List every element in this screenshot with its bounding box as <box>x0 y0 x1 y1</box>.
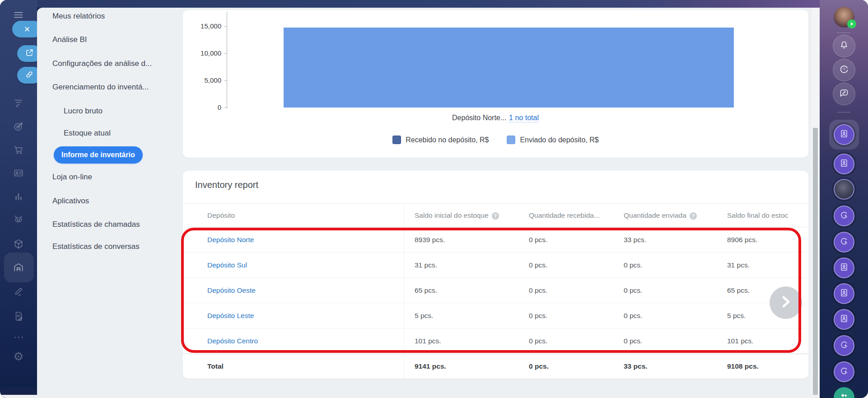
chart-legend: Recebido no depósito, R$ Enviado do depó… <box>183 136 808 144</box>
cell-received: 0 pcs. <box>518 286 613 295</box>
copilot-sparkle-icon <box>839 210 849 222</box>
bar-enviado-deposito-norte[interactable] <box>284 28 734 108</box>
right-dock <box>820 0 868 398</box>
table-row-deposito-oeste: Depósito Oeste 65 pcs. 0 pcs. 0 pcs. 65 … <box>183 278 808 303</box>
cell-received: 0 pcs. <box>518 337 613 345</box>
app-copilot[interactable] <box>820 335 868 356</box>
cell-initial: 101 pcs. <box>404 337 518 345</box>
cell-received: 0 pcs. <box>518 236 613 244</box>
table-row-total: Total 9141 pcs. 0 pcs. 33 pcs. 9108 pcs. <box>183 354 808 379</box>
legend-item-enviado[interactable]: Enviado do depósito, R$ <box>507 136 598 144</box>
app-contact[interactable] <box>820 154 868 174</box>
sidebar-item-informe-inventario-active[interactable]: Informe de inventário <box>54 146 143 164</box>
sidebar-item-meus-relatorios[interactable]: Meus relatórios <box>52 9 105 24</box>
sidebar-item-aplicativos[interactable]: Aplicativos <box>52 193 89 209</box>
y-tickmark <box>224 108 227 108</box>
cell-initial: 31 pcs. <box>404 261 518 269</box>
target-icon[interactable] <box>0 121 37 132</box>
app-contact[interactable] <box>820 258 868 278</box>
cell-sent: 0 pcs. <box>613 337 717 345</box>
column-header-quantidade-enviada[interactable]: Quantidade enviada? <box>613 211 717 220</box>
external-link-icon <box>25 48 34 59</box>
package-box-icon[interactable] <box>0 238 37 250</box>
sidebar-item-analise-bi[interactable]: Análise BI <box>52 32 87 47</box>
warehouse-link[interactable]: Depósito Sul <box>207 261 247 269</box>
warehouse-link[interactable]: Depósito Centro <box>207 337 258 345</box>
group-people-icon <box>839 392 849 398</box>
column-header-saldo-final[interactable]: Saldo final do estoc <box>717 211 808 220</box>
app-group-teal[interactable] <box>820 387 868 398</box>
sidebar-item-estoque-atual[interactable]: Estoque atual <box>64 126 111 141</box>
chevron-right-icon <box>777 293 795 313</box>
help-icon[interactable]: ? <box>492 212 499 220</box>
table-scroll-right-button[interactable] <box>770 286 802 319</box>
warehouse-link[interactable]: Depósito Norte <box>207 236 254 244</box>
cell-sent: 0 pcs. <box>613 286 717 295</box>
cell-initial: 65 pcs. <box>404 286 518 295</box>
y-tick-0: 0 <box>189 103 221 112</box>
y-tick-15000: 15,000 <box>189 22 221 31</box>
bell-icon <box>839 40 849 52</box>
table-header-row: Depósito Saldo inicial do estoque? Quant… <box>183 203 808 227</box>
total-final: 9108 pcs. <box>717 362 808 370</box>
app-copilot[interactable] <box>820 206 868 226</box>
copilot-button[interactable] <box>820 59 868 81</box>
hamburger-menu-icon[interactable] <box>0 9 37 21</box>
copilot-sparkle-icon <box>839 236 849 248</box>
warehouse-chart-card: 15,000 10,000 5,000 0 Depósito Norte...1… <box>183 10 808 158</box>
robot-icon[interactable] <box>0 213 37 225</box>
bar-chart-icon[interactable] <box>0 191 37 202</box>
legend-label-recebido: Recebido no depósito, R$ <box>406 136 489 144</box>
copilot-sparkle-icon <box>839 366 849 378</box>
sidebar-item-gerenciamento-inventario[interactable]: Gerenciamento do inventá... <box>52 80 149 95</box>
sidebar-item-lucro-bruto[interactable]: Lucro bruto <box>64 103 103 119</box>
document-edit-icon[interactable] <box>0 310 37 322</box>
scrollbar-thumb[interactable] <box>813 128 818 395</box>
sidebar-item-loja-online[interactable]: Loja on-line <box>52 169 92 185</box>
gear-icon[interactable]: ⚙ <box>0 351 37 362</box>
more-dots-icon[interactable]: ··· <box>0 331 37 342</box>
y-tick-5000: 5,000 <box>189 76 221 85</box>
cell-received: 0 pcs. <box>518 312 613 320</box>
help-icon[interactable]: ? <box>690 212 697 220</box>
warehouse-link[interactable]: Depósito Oeste <box>207 286 256 295</box>
messenger-button[interactable] <box>820 83 868 105</box>
sidebar-item-configuracoes-analise[interactable]: Configurações de análise d... <box>52 56 152 71</box>
pencil-icon[interactable] <box>0 286 37 297</box>
legend-swatch-enviado <box>507 136 515 144</box>
cell-final: 101 pcs. <box>717 337 808 345</box>
total-initial: 9141 pcs. <box>404 362 518 370</box>
column-header-saldo-inicial[interactable]: Saldo inicial do estoque? <box>404 211 518 220</box>
legend-label-enviado: Enviado do depósito, R$ <box>520 136 598 144</box>
cell-sent: 0 pcs. <box>613 261 717 269</box>
avatar-photo <box>834 179 854 200</box>
sidebar-item-estatisticas-chamadas[interactable]: Estatísticas de chamadas <box>52 217 140 232</box>
total-label: Total <box>183 354 404 379</box>
table-row-deposito-centro: Depósito Centro 101 pcs. 0 pcs. 0 pcs. 1… <box>183 328 808 354</box>
app-contact[interactable] <box>820 309 868 330</box>
warehouse-icon[interactable] <box>0 262 37 273</box>
notifications-button[interactable] <box>820 35 868 57</box>
table-row-deposito-norte: Depósito Norte 8939 pcs. 0 pcs. 33 pcs. … <box>183 227 808 253</box>
warehouse-link[interactable]: Depósito Leste <box>207 312 254 320</box>
sidebar-item-estatisticas-conversas[interactable]: Estatísticas de conversas <box>52 239 140 254</box>
user-avatar[interactable] <box>820 7 868 28</box>
app-contact[interactable] <box>820 283 868 304</box>
contact-card-icon <box>839 288 849 300</box>
inventory-report-card: Inventory report Depósito Saldo inicial … <box>183 171 808 379</box>
legend-item-recebido[interactable]: Recebido no depósito, R$ <box>392 136 489 144</box>
close-icon: × <box>24 23 30 35</box>
column-header-quantidade-recebida[interactable]: Quantidade recebida... <box>518 211 613 220</box>
app-contact-highlighted[interactable] <box>820 120 868 150</box>
contact-card-icon <box>839 262 849 274</box>
total-in-category-link[interactable]: 1 no total <box>509 114 539 122</box>
app-copilot[interactable] <box>820 361 868 382</box>
app-copilot[interactable] <box>820 232 868 253</box>
shopping-cart-icon[interactable] <box>0 144 37 155</box>
link-icon <box>25 70 34 81</box>
user-avatar-2[interactable] <box>820 179 868 200</box>
contact-card-icon[interactable] <box>0 167 37 179</box>
column-header-deposito[interactable]: Depósito <box>183 204 404 227</box>
cell-initial: 5 pcs. <box>404 312 518 320</box>
filter-funnel-icon[interactable] <box>0 97 37 108</box>
